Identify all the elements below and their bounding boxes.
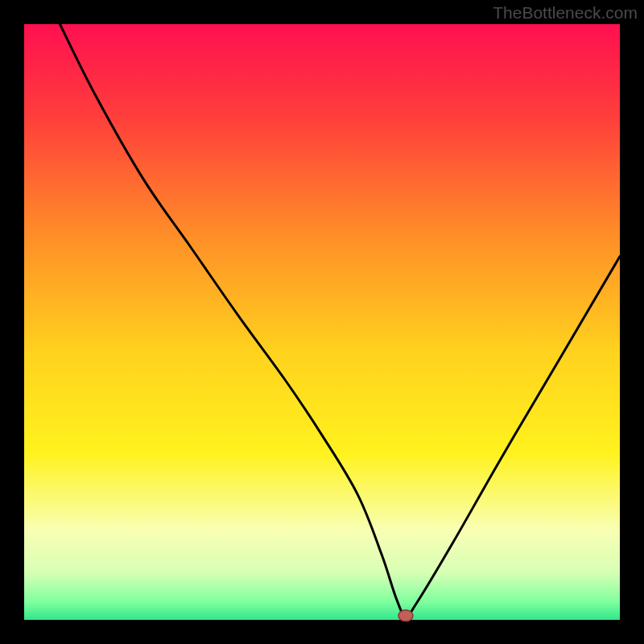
watermark-text: TheBottleneck.com — [493, 3, 638, 23]
plot-background — [24, 24, 620, 620]
minimum-marker — [398, 610, 413, 621]
bottleneck-chart — [0, 0, 644, 644]
chart-container: TheBottleneck.com — [0, 0, 644, 644]
